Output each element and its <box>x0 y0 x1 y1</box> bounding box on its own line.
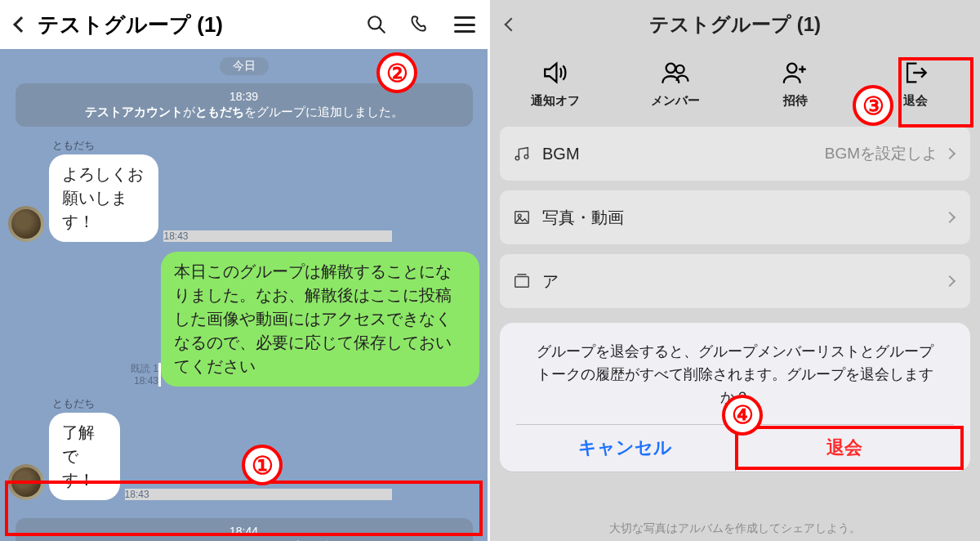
chat-body[interactable]: 今日 18:39 テストアカウントがともだちをグループに追加しました。 ともだち… <box>0 49 488 541</box>
chevron-left-icon <box>505 18 519 32</box>
callout-2: ② <box>376 52 417 93</box>
search-button[interactable] <box>365 13 388 36</box>
settings-section: 写真・動画 <box>500 190 970 244</box>
message-meta: 既読 1 18:43 <box>8 363 161 387</box>
mute-button[interactable]: 通知オフ <box>495 59 615 109</box>
highlight-system-msg <box>5 481 483 536</box>
photos-row[interactable]: 写真・動画 <box>500 190 970 244</box>
back-button[interactable] <box>8 19 34 30</box>
highlight-confirm <box>735 426 964 470</box>
speaker-icon <box>541 59 569 87</box>
invite-button[interactable]: 招待 <box>735 59 855 109</box>
settings-section: BGM BGMを設定しよ <box>500 127 970 181</box>
svg-point-2 <box>666 64 675 73</box>
menu-icon <box>454 16 475 33</box>
phone-icon <box>410 14 431 35</box>
svg-point-4 <box>787 64 796 73</box>
incoming-message: ともだち よろしくお願いします！ 18:43 <box>8 138 479 242</box>
svg-line-1 <box>380 28 385 33</box>
svg-point-6 <box>524 154 528 159</box>
members-button[interactable]: メンバー <box>615 59 735 109</box>
highlight-leave <box>898 57 973 127</box>
sender-name: ともだち <box>49 396 392 411</box>
header-actions <box>365 13 479 36</box>
menu-button[interactable] <box>453 13 476 36</box>
chevron-right-icon <box>942 146 957 161</box>
call-button[interactable] <box>409 13 432 36</box>
cancel-button[interactable]: キャンセル <box>516 425 736 472</box>
chat-title: テストグループ (1) <box>34 11 365 39</box>
invite-icon <box>782 59 809 87</box>
back-button[interactable] <box>498 20 524 29</box>
outgoing-message: 既読 1 18:43 本日このグループは解散することになりました。なお、解散後は… <box>8 252 479 387</box>
svg-point-5 <box>515 156 519 160</box>
chevron-right-icon <box>942 210 957 225</box>
album-row[interactable]: ア <box>500 254 970 308</box>
svg-rect-9 <box>515 277 529 288</box>
callout-3: ③ <box>853 85 893 126</box>
search-icon <box>366 14 387 35</box>
svg-point-8 <box>518 214 521 217</box>
svg-point-3 <box>675 65 684 74</box>
chevron-left-icon <box>13 16 29 33</box>
members-icon <box>662 59 689 87</box>
music-icon <box>513 145 531 163</box>
message-bubble[interactable]: 本日このグループは解散することになりました。なお、解散後はここに投稿した画像や動… <box>161 252 479 387</box>
callout-1: ① <box>242 445 283 485</box>
date-separator: 今日 <box>220 57 269 75</box>
callout-4: ④ <box>722 395 763 436</box>
album-hint: 大切な写真はアルバムを作成してシェアしよう。 <box>490 521 980 536</box>
settings-body: BGM BGMを設定しよ 写真・動画 ア <box>490 127 980 308</box>
settings-section: ア <box>500 254 970 308</box>
settings-title: テストグループ (1) <box>524 11 946 38</box>
bgm-row[interactable]: BGM BGMを設定しよ <box>500 127 970 181</box>
chat-header: テストグループ (1) <box>0 0 488 49</box>
avatar[interactable] <box>8 206 44 242</box>
message-time: 18:43 <box>163 230 392 242</box>
settings-header: テストグループ (1) <box>490 0 980 49</box>
album-icon <box>513 272 531 290</box>
chevron-right-icon <box>942 274 957 288</box>
message-bubble[interactable]: よろしくお願いします！ <box>49 154 158 242</box>
sender-name: ともだち <box>49 138 392 153</box>
group-settings-screen: テストグループ (1) 通知オフ メンバー 招待 退会 ③ BGM <box>490 0 980 541</box>
image-icon <box>513 208 531 226</box>
leave-confirm-dialog: グループを退会すると、グループメンバーリストとグループトークの履歴がすべて削除さ… <box>500 323 970 472</box>
chat-screen: テストグループ (1) ② 今日 18:39 テストアカウントがともだちをグルー… <box>0 0 490 541</box>
bgm-value: BGMを設定しよ <box>580 143 938 164</box>
